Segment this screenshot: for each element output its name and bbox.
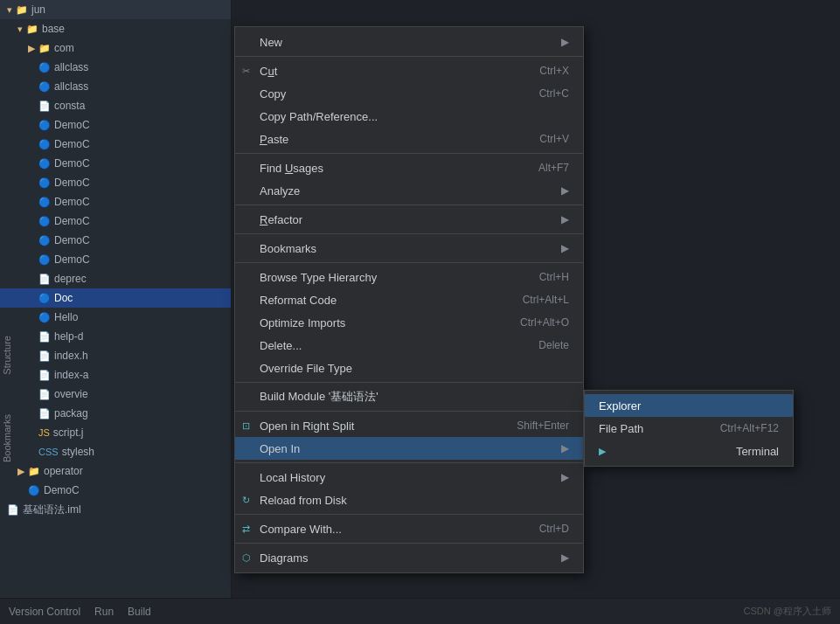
menu-item-copy-path[interactable]: Copy Path/Reference... [235, 105, 583, 128]
tree-item-stylesh[interactable]: CSS stylesh [0, 442, 231, 461]
tree-item-jun[interactable]: ▾ 📁 jun [0, 0, 231, 19]
shortcut-find-usages: Alt+F7 [538, 162, 569, 174]
bottom-bar: Version Control Run Build CSDN @程序入土师 [0, 598, 840, 624]
menu-label-find-usages: Find Usages [260, 162, 512, 175]
project-sidebar: ▾ 📁 jun ▾ 📁 base ▶ 📁 com 🔵 allclass 🔵 al… [0, 0, 232, 624]
bottom-bar-run[interactable]: Run [94, 606, 114, 618]
menu-item-cut[interactable]: ✂ Cut Ctrl+X [235, 59, 583, 82]
menu-item-compare-with[interactable]: ⇄ Compare With... Ctrl+D [235, 517, 583, 540]
arrow-icon-local-history: ▶ [561, 471, 569, 483]
menu-label-diagrams: Diagrams [260, 551, 554, 565]
file-icon: 📄 [38, 274, 51, 285]
menu-label-copy-path: Copy Path/Reference... [260, 110, 569, 123]
tree-label: jun [31, 3, 45, 16]
tree-item-democ3[interactable]: 🔵 DemoC [0, 154, 231, 173]
tree-item-allclass2[interactable]: 🔵 allclass [0, 77, 231, 96]
tree-item-packag[interactable]: 📄 packag [0, 404, 231, 423]
tree-label: Hello [54, 311, 78, 323]
tree-item-helpd[interactable]: 📄 help-d [0, 327, 231, 346]
file-icon: 🔵 [38, 254, 51, 266]
tree-label: Doc [54, 292, 73, 304]
context-menu: New ▶ ✂ Cut Ctrl+X Copy Ctrl+C Copy Path… [234, 26, 584, 573]
tree-item-doc[interactable]: 🔵 Doc [0, 288, 231, 308]
menu-separator-6 [235, 382, 583, 383]
tree-item-democ4[interactable]: 🔵 DemoC [0, 173, 231, 192]
menu-item-local-history[interactable]: Local History ▶ [235, 466, 583, 489]
tree-item-democ5[interactable]: 🔵 DemoC [0, 192, 231, 211]
menu-item-copy[interactable]: Copy Ctrl+C [235, 82, 583, 105]
expand-icon: ▶ [28, 43, 35, 54]
menu-label-copy: Copy [260, 87, 513, 101]
tree-item-iml[interactable]: 📄 基础语法.iml [0, 500, 231, 519]
menu-item-find-usages[interactable]: Find Usages Alt+F7 [235, 156, 583, 179]
tree-label: DemoC [54, 138, 90, 150]
submenu-item-file-path[interactable]: File Path Ctrl+Alt+F12 [585, 417, 793, 440]
menu-item-optimize-imports[interactable]: Optimize Imports Ctrl+Alt+O [235, 311, 583, 334]
arrow-icon-new: ▶ [561, 36, 569, 48]
tree-item-democ-op[interactable]: 🔵 DemoC [0, 481, 231, 500]
tree-label: DemoC [44, 484, 80, 496]
arrow-icon-analyze: ▶ [561, 184, 569, 197]
menu-item-override-file-type[interactable]: Override File Type [235, 357, 583, 379]
tree-item-operator[interactable]: ▶ 📁 operator [0, 461, 231, 481]
tree-item-com[interactable]: ▶ 📁 com [0, 38, 231, 58]
tree-label: index-a [54, 369, 88, 381]
tree-item-allclass1[interactable]: 🔵 allclass [0, 58, 231, 77]
tree-label: DemoC [54, 253, 90, 266]
tree-item-base[interactable]: ▾ 📁 base [0, 19, 231, 38]
menu-label-refactor: Refactor [260, 213, 554, 226]
menu-label-delete: Delete... [260, 339, 512, 352]
folder-icon: 📁 [38, 43, 51, 54]
tree-item-indexh[interactable]: 📄 index.h [0, 346, 231, 365]
menu-item-reformat[interactable]: Reformat Code Ctrl+Alt+L [235, 288, 583, 311]
tree-item-democ2[interactable]: 🔵 DemoC [0, 135, 231, 154]
shortcut-browse-hierarchy: Ctrl+H [539, 271, 569, 283]
submenu-item-explorer[interactable]: Explorer [585, 394, 793, 417]
left-vtab-structure[interactable]: Structure [0, 332, 17, 378]
menu-item-open-in[interactable]: Open In ▶ [235, 437, 583, 460]
split-icon: ⊡ [242, 420, 250, 432]
menu-item-analyze[interactable]: Analyze ▶ [235, 179, 583, 202]
menu-item-diagrams[interactable]: ⬡ Diagrams ▶ [235, 546, 583, 569]
tree-item-hello[interactable]: 🔵 Hello [0, 308, 231, 327]
menu-item-browse-hierarchy[interactable]: Browse Type Hierarchy Ctrl+H [235, 266, 583, 288]
left-vtab-bookmarks[interactable]: Bookmarks [0, 411, 17, 466]
menu-separator-5 [235, 262, 583, 263]
menu-item-reload-from-disk[interactable]: ↻ Reload from Disk [235, 489, 583, 511]
tree-label: help-d [54, 330, 83, 343]
bottom-bar-version-control[interactable]: Version Control [9, 606, 80, 618]
file-icon: 📄 [38, 408, 51, 419]
file-icon: 🔵 [38, 293, 51, 304]
menu-label-override-file-type: Override File Type [260, 362, 569, 375]
collapse-icon: ▾ [7, 4, 12, 16]
menu-item-new[interactable]: New ▶ [235, 31, 583, 53]
tree-label: DemoC [54, 177, 90, 189]
menu-label-analyze: Analyze [260, 184, 554, 198]
tree-item-indexa[interactable]: 📄 index-a [0, 365, 231, 385]
tree-item-consta[interactable]: 📄 consta [0, 96, 231, 115]
menu-item-build-module[interactable]: Build Module '基础语法' [235, 385, 583, 408]
tree-label: deprec [54, 273, 87, 285]
menu-item-refactor[interactable]: Refactor ▶ [235, 208, 583, 231]
shortcut-optimize-imports: Ctrl+Alt+O [520, 316, 569, 329]
menu-item-open-right-split[interactable]: ⊡ Open in Right Split Shift+Enter [235, 414, 583, 437]
tree-item-democ8[interactable]: 🔵 DemoC [0, 250, 231, 269]
menu-item-bookmarks[interactable]: Bookmarks ▶ [235, 237, 583, 260]
tree-item-democ1[interactable]: 🔵 DemoC [0, 115, 231, 135]
tree-item-democ6[interactable]: 🔵 DemoC [0, 211, 231, 231]
bottom-bar-build[interactable]: Build [128, 606, 151, 618]
tree-item-democ7[interactable]: 🔵 DemoC [0, 231, 231, 250]
submenu-label-file-path: File Path [599, 422, 643, 435]
file-icon: 🔵 [38, 312, 51, 323]
arrow-icon-diagrams: ▶ [561, 551, 569, 564]
tree-item-scriptj[interactable]: JS script.j [0, 423, 231, 442]
submenu-item-terminal[interactable]: ▶ Terminal [585, 440, 793, 462]
tree-item-deprec[interactable]: 📄 deprec [0, 269, 231, 288]
tree-label: DemoC [54, 215, 90, 227]
tree-item-overvie[interactable]: 📄 overvie [0, 385, 231, 404]
menu-item-delete[interactable]: Delete... Delete [235, 334, 583, 357]
tree-label: consta [54, 100, 85, 112]
tree-label: com [54, 42, 74, 54]
menu-item-paste[interactable]: Paste Ctrl+V [235, 128, 583, 150]
tree-label: DemoC [54, 157, 90, 170]
